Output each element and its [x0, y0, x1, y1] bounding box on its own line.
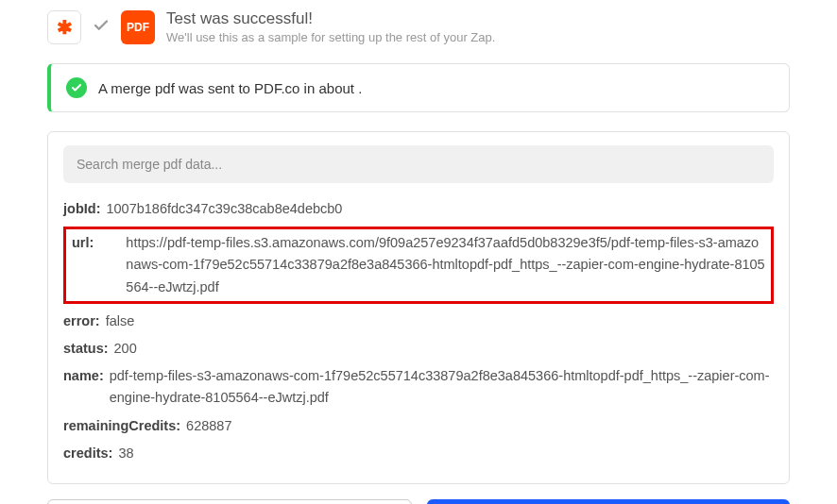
row-url: url: https://pdf-temp-files.s3.amazonaws… [63, 227, 774, 304]
retest-button[interactable]: Retest action [47, 499, 412, 504]
data-panel: jobId: 1007b186fdc347c39c38cab8e4debcb0 … [47, 131, 790, 484]
action-buttons: Retest action Turn on Zap [47, 499, 790, 504]
val-jobid: 1007b186fdc347c39c38cab8e4debcb0 [106, 198, 342, 220]
val-status: 200 [114, 338, 137, 360]
pdf-icon: PDF [121, 10, 155, 44]
test-subtitle: We'll use this as a sample for setting u… [166, 30, 495, 44]
val-error: false [106, 311, 135, 332]
val-credits: 38 [118, 443, 133, 464]
turn-on-zap-button[interactable]: Turn on Zap [427, 499, 790, 504]
key-status: status: [63, 338, 109, 360]
key-url: url: [72, 232, 94, 298]
row-status: status: 200 [63, 338, 774, 360]
row-remaining-credits: remainingCredits: 628887 [63, 415, 774, 437]
row-jobid: jobId: 1007b186fdc347c39c38cab8e4debcb0 [63, 198, 774, 220]
row-error: error: false [63, 311, 774, 332]
key-credits: credits: [63, 443, 112, 464]
val-url: https://pdf-temp-files.s3.amazonaws.com/… [99, 232, 765, 298]
success-check-icon [66, 77, 87, 98]
test-header: ✱ PDF Test was successful! We'll use thi… [47, 9, 790, 44]
key-jobid: jobId: [63, 198, 100, 220]
key-remaining-credits: remainingCredits: [63, 415, 180, 437]
row-credits: credits: 38 [63, 443, 774, 464]
zapier-icon: ✱ [47, 10, 81, 44]
row-name: name: pdf-temp-files-s3-amazonaws-com-1f… [63, 365, 774, 409]
test-title: Test was successful! [166, 9, 495, 28]
key-error: error: [63, 311, 100, 332]
result-data: jobId: 1007b186fdc347c39c38cab8e4debcb0 … [63, 198, 774, 464]
status-bar: A merge pdf was sent to PDF.co in about … [47, 63, 790, 112]
search-input[interactable] [63, 145, 774, 183]
status-message: A merge pdf was sent to PDF.co in about … [98, 80, 362, 96]
val-name: pdf-temp-files-s3-amazonaws-com-1f79e52c… [110, 365, 774, 409]
val-remaining-credits: 628887 [186, 415, 231, 437]
key-name: name: [63, 365, 104, 409]
check-icon [93, 17, 110, 38]
